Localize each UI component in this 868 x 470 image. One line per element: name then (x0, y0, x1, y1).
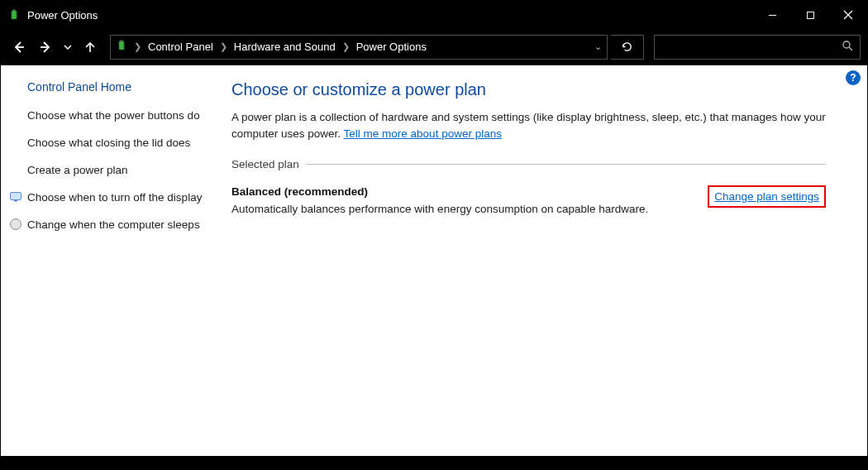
battery-icon (7, 8, 21, 22)
minimize-button[interactable] (753, 1, 791, 29)
window-titlebar: Power Options (1, 1, 867, 29)
sidebar-link-computer-sleeps[interactable]: Change when the computer sleeps (27, 218, 210, 233)
control-panel-home-link[interactable]: Control Panel Home (27, 80, 210, 94)
svg-rect-9 (119, 41, 124, 50)
breadcrumb-item[interactable]: Control Panel (148, 41, 213, 53)
page-description: A power plan is a collection of hardware… (231, 109, 826, 141)
chevron-right-icon: ❯ (342, 41, 350, 52)
selected-plan-section-label: Selected plan (231, 158, 826, 170)
svg-rect-13 (11, 192, 21, 199)
up-button[interactable] (79, 35, 102, 60)
battery-icon (116, 40, 127, 54)
search-icon (842, 40, 853, 54)
back-button[interactable] (7, 35, 31, 60)
svg-rect-1 (13, 10, 16, 12)
breadcrumb-item[interactable]: Power Options (356, 41, 427, 53)
sidebar-link-create-plan[interactable]: Create a power plan (27, 163, 210, 179)
svg-line-12 (849, 47, 852, 50)
power-plan-row: Balanced (recommended) Automatically bal… (231, 185, 826, 215)
monitor-icon (9, 190, 22, 204)
svg-rect-10 (121, 41, 123, 42)
moon-icon (9, 218, 22, 231)
search-input[interactable] (654, 35, 861, 60)
tell-me-more-link[interactable]: Tell me more about power plans (344, 127, 502, 140)
breadcrumb-item[interactable]: Hardware and Sound (234, 41, 336, 53)
address-bar[interactable]: ❯ Control Panel ❯ Hardware and Sound ❯ P… (110, 35, 608, 60)
recent-dropdown[interactable] (60, 35, 75, 60)
svg-point-15 (11, 218, 21, 229)
chevron-right-icon: ❯ (220, 41, 227, 52)
help-icon[interactable]: ? (846, 70, 861, 85)
svg-point-11 (843, 41, 850, 48)
content-area: ? Control Panel Home Choose what the pow… (1, 65, 867, 456)
bottom-border (1, 456, 867, 469)
main-panel: Choose or customize a power plan A power… (220, 65, 867, 456)
maximize-button[interactable] (791, 1, 829, 29)
page-heading: Choose or customize a power plan (231, 80, 826, 99)
plan-description: Automatically balances performance with … (231, 203, 691, 215)
close-button[interactable] (829, 1, 867, 29)
svg-rect-14 (14, 200, 17, 202)
forward-button[interactable] (34, 35, 57, 60)
window-title: Power Options (27, 9, 753, 22)
plan-name: Balanced (recommended) (231, 185, 691, 198)
svg-rect-3 (807, 12, 813, 18)
sidebar-link-turn-off-display[interactable]: Choose when to turn off the display (27, 190, 210, 206)
chevron-down-icon[interactable]: ⌄ (594, 41, 602, 52)
chevron-right-icon: ❯ (134, 41, 141, 52)
refresh-button[interactable] (611, 35, 644, 60)
divider (306, 164, 826, 165)
sidebar-link-closing-lid[interactable]: Choose what closing the lid does (27, 136, 210, 151)
svg-rect-0 (12, 11, 17, 19)
navigation-toolbar: ❯ Control Panel ❯ Hardware and Sound ❯ P… (1, 29, 867, 65)
sidebar-link-power-buttons[interactable]: Choose what the power buttons do (27, 108, 210, 124)
sidebar: Control Panel Home Choose what the power… (1, 65, 220, 456)
change-plan-settings-link[interactable]: Change plan settings (708, 185, 826, 208)
window-controls (753, 1, 867, 29)
